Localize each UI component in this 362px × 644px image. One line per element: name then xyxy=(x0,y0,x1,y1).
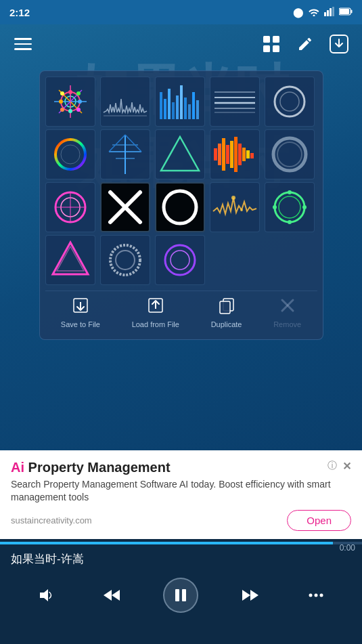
svg-point-85 xyxy=(171,251,189,270)
song-title: 如果当时-许嵩 xyxy=(0,544,362,570)
preset-cell-13[interactable] xyxy=(155,182,205,232)
status-time: 2:12 xyxy=(9,7,30,18)
svg-rect-29 xyxy=(168,89,171,119)
more-button[interactable] xyxy=(302,582,330,609)
preset-cell-17[interactable] xyxy=(100,235,150,285)
duplicate-button[interactable]: Duplicate xyxy=(206,294,248,331)
svg-line-50 xyxy=(109,135,125,152)
progress-time: 0:00 xyxy=(340,543,355,553)
svg-point-24 xyxy=(76,91,81,95)
preset-cell-16[interactable] xyxy=(45,235,95,285)
action-bar: Save to File Load from File xyxy=(45,291,317,334)
download-button[interactable] xyxy=(327,32,351,56)
preset-cell-12[interactable] xyxy=(100,182,150,232)
svg-point-102 xyxy=(314,594,317,597)
svg-point-77 xyxy=(288,220,292,224)
svg-marker-100 xyxy=(242,590,250,601)
svg-marker-95 xyxy=(104,590,112,601)
svg-point-76 xyxy=(288,190,292,194)
svg-rect-8 xyxy=(273,36,279,43)
load-label: Load from File xyxy=(132,320,179,328)
edit-button[interactable] xyxy=(293,32,317,56)
svg-point-73 xyxy=(240,209,243,211)
remove-icon xyxy=(279,297,296,318)
svg-rect-31 xyxy=(176,95,179,119)
status-icons: ⬤ xyxy=(293,7,353,18)
volume-button[interactable] xyxy=(32,582,60,609)
svg-rect-30 xyxy=(172,102,175,119)
svg-rect-62 xyxy=(250,153,254,158)
pause-icon xyxy=(172,586,189,604)
ad-banner: Ai Property Management ⓘ ✕ Search Proper… xyxy=(0,450,362,539)
preset-cell-11[interactable] xyxy=(45,182,95,232)
preset-cell-2[interactable] xyxy=(100,77,150,127)
menu-button[interactable] xyxy=(11,32,35,56)
svg-marker-94 xyxy=(40,589,48,601)
svg-rect-10 xyxy=(273,45,279,52)
notification-icon: ⬤ xyxy=(293,7,304,18)
svg-point-72 xyxy=(231,196,235,200)
preset-cell-1[interactable] xyxy=(45,77,95,127)
signal-icon xyxy=(324,7,335,18)
svg-rect-7 xyxy=(263,36,270,43)
svg-rect-91 xyxy=(220,301,230,314)
ad-open-button[interactable]: Open xyxy=(287,510,351,531)
svg-point-43 xyxy=(280,92,299,111)
svg-point-63 xyxy=(273,138,306,171)
preset-cell-14[interactable] xyxy=(210,182,260,232)
svg-point-18 xyxy=(68,90,72,94)
ad-info-button[interactable]: ⓘ xyxy=(327,460,337,472)
svg-rect-98 xyxy=(182,589,186,601)
rewind-icon xyxy=(102,586,121,605)
player-controls xyxy=(0,570,362,621)
preset-cell-6[interactable] xyxy=(45,129,95,179)
forward-button[interactable] xyxy=(237,582,264,609)
preset-cell-5[interactable] xyxy=(265,77,315,127)
svg-rect-32 xyxy=(180,85,183,119)
svg-rect-5 xyxy=(340,9,349,14)
svg-rect-97 xyxy=(175,589,179,601)
svg-rect-34 xyxy=(188,104,191,119)
svg-point-84 xyxy=(165,245,195,275)
battery-icon xyxy=(339,7,353,18)
svg-point-44 xyxy=(55,139,85,169)
preset-cell-7[interactable] xyxy=(100,129,150,179)
nav-bar xyxy=(0,24,362,64)
svg-rect-2 xyxy=(330,8,332,16)
grid-view-button[interactable] xyxy=(259,32,284,56)
preset-cell-4[interactable] xyxy=(210,77,260,127)
svg-rect-9 xyxy=(263,45,270,52)
more-icon xyxy=(307,586,325,604)
load-from-file-button[interactable]: Load from File xyxy=(127,294,185,331)
pause-button[interactable] xyxy=(163,578,198,613)
preset-cell-9[interactable] xyxy=(210,129,260,179)
svg-rect-27 xyxy=(160,92,162,119)
progress-bar[interactable] xyxy=(0,542,362,544)
preset-cell-18[interactable] xyxy=(155,235,205,285)
ad-close-button[interactable]: ✕ xyxy=(342,460,351,473)
player-bar: 0:00 如果当时-许嵩 xyxy=(0,539,362,644)
save-icon xyxy=(72,297,89,318)
svg-point-20 xyxy=(59,100,63,104)
preset-cell-8[interactable] xyxy=(155,129,205,179)
svg-point-45 xyxy=(61,145,80,164)
svg-point-79 xyxy=(302,205,307,209)
preset-cell-10[interactable] xyxy=(265,129,315,179)
svg-marker-99 xyxy=(250,590,258,601)
svg-rect-57 xyxy=(230,141,233,168)
save-to-file-button[interactable]: Save to File xyxy=(55,294,106,331)
svg-rect-3 xyxy=(332,7,334,16)
ad-title-highlight: Ai xyxy=(11,460,24,475)
rewind-button[interactable] xyxy=(98,582,125,609)
pencil-icon xyxy=(297,36,313,52)
svg-rect-58 xyxy=(234,137,237,172)
svg-point-19 xyxy=(68,109,72,113)
preset-cell-15[interactable] xyxy=(265,182,315,232)
svg-point-75 xyxy=(279,196,300,218)
download-icon xyxy=(329,34,349,54)
remove-button[interactable]: Remove xyxy=(268,294,307,331)
svg-point-103 xyxy=(319,594,323,597)
forward-icon xyxy=(241,586,260,605)
ad-description: Search Property Management Software AI t… xyxy=(11,478,351,505)
preset-cell-3[interactable] xyxy=(155,77,205,127)
